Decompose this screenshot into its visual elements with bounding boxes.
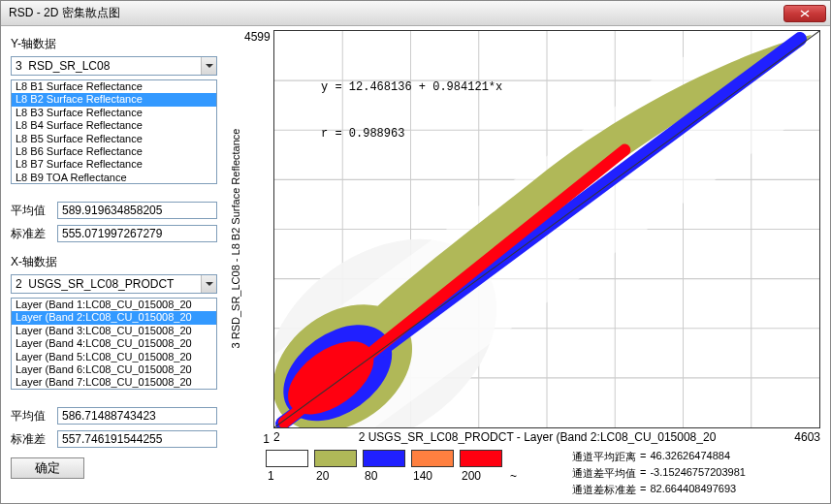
y-group-label: Y-轴数据 <box>11 36 217 52</box>
list-item[interactable]: L8 B1 Surface Reflectance <box>12 80 216 93</box>
legend-swatch <box>266 450 308 467</box>
close-icon <box>800 10 810 17</box>
x-tick-max: 4603 <box>794 430 820 444</box>
x-combo-input[interactable] <box>12 275 201 293</box>
y-combo[interactable] <box>11 56 217 76</box>
stat-dist-value: 46.32626474884 <box>650 450 730 464</box>
plot-column: y = 12.468136 + 0.984121*x r = 0.988963 … <box>273 30 820 446</box>
legend-break: 200 <box>462 469 510 483</box>
x-mean-value: 586.71488743423 <box>57 407 217 425</box>
right-panel: 3 RSD_SR_LC08 - L8 B2 Surface Reflectanc… <box>227 26 830 503</box>
list-item[interactable]: L8 B9 TOA Reflectance <box>12 172 216 184</box>
legend-swatches <box>266 450 559 467</box>
x-tick-row: 2 2 USGS_SR_LC08_PRODCT - Layer (Band 2:… <box>273 428 820 446</box>
x-mean-label: 平均值 <box>11 408 51 425</box>
stat-mean-label: 通道差平均值 <box>572 466 636 481</box>
list-item[interactable]: Layer (Band 4:LC08_CU_015008_20 <box>12 337 216 350</box>
chevron-down-icon[interactable] <box>201 57 216 75</box>
x-axis-label: 2 USGS_SR_LC08_PRODCT - Layer (Band 2:LC… <box>280 430 795 444</box>
legend-break: ~ <box>510 469 559 483</box>
legend-swatch <box>460 450 502 467</box>
x-tick-min: 2 <box>273 430 280 444</box>
list-item[interactable]: L8 B3 Surface Reflectance <box>12 107 216 119</box>
list-item[interactable]: Layer (Band 5:LC08_CU_015008_20 <box>12 351 216 363</box>
regression-r: r = 0.988963 <box>321 126 502 142</box>
y-tick-max: 4599 <box>244 30 273 44</box>
list-item[interactable]: Layer (Band 2:LC08_CU_015008_20 <box>12 311 216 324</box>
legend-break: 80 <box>365 469 413 483</box>
titlebar: RSD - 2D 密集散点图 <box>1 1 830 26</box>
list-item[interactable]: L8 B2 Surface Reflectance <box>12 93 216 106</box>
stat-std-label: 通道差标准差 <box>572 483 636 497</box>
legend-swatch <box>314 450 357 467</box>
legend-swatch <box>411 450 454 467</box>
y-tick-min: 1 <box>244 432 273 446</box>
close-button[interactable] <box>783 5 826 22</box>
stat-std-value: 82.664408497693 <box>650 483 736 497</box>
content: Y-轴数据 L8 B1 Surface ReflectanceL8 B2 Sur… <box>1 26 830 503</box>
ok-button[interactable]: 确定 <box>11 457 84 479</box>
legend-block: 12080140200~ <box>266 450 559 483</box>
legend-break: 140 <box>413 469 462 483</box>
regression-box: y = 12.468136 + 0.984121*x r = 0.988963 <box>321 48 502 173</box>
stats-column: 通道平均距离=46.32626474884 通道差平均值=-3.15246757… <box>572 450 746 497</box>
x-combo[interactable] <box>11 274 217 294</box>
y-mean-value: 589.919634858205 <box>57 202 217 219</box>
list-item[interactable]: L8 B4 Surface Reflectance <box>12 119 216 132</box>
left-panel: Y-轴数据 L8 B1 Surface ReflectanceL8 B2 Sur… <box>1 26 227 503</box>
y-mean-label: 平均值 <box>11 203 51 219</box>
stat-mean-value: -3.15246757203981 <box>650 466 745 481</box>
y-std-value: 555.071997267279 <box>57 225 217 242</box>
y-listbox[interactable]: L8 B1 Surface ReflectanceL8 B2 Surface R… <box>11 79 217 184</box>
list-item[interactable]: L8 B5 Surface Reflectance <box>12 133 216 145</box>
x-std-value: 557.746191544255 <box>57 430 217 448</box>
y-std-label: 标准差 <box>11 226 51 242</box>
y-axis-label: 3 RSD_SR_LC08 - L8 B2 Surface Reflectanc… <box>230 128 241 348</box>
regression-eq: y = 12.468136 + 0.984121*x <box>321 79 502 95</box>
list-item[interactable]: L8 B6 Surface Reflectance <box>12 145 216 158</box>
legend-break: 1 <box>268 469 316 483</box>
legend-labels: 12080140200~ <box>266 469 559 483</box>
window-title: RSD - 2D 密集散点图 <box>9 5 120 21</box>
list-item[interactable]: L8 B7 Surface Reflectance <box>12 158 216 171</box>
x-listbox[interactable]: Layer (Band 1:LC08_CU_015008_20Layer (Ba… <box>11 298 217 390</box>
legend-break: 20 <box>316 469 365 483</box>
plot-area: y = 12.468136 + 0.984121*x r = 0.988963 <box>273 30 820 428</box>
list-item[interactable]: Layer (Band 7:LC08_CU_015008_20 <box>12 376 216 389</box>
y-combo-input[interactable] <box>12 57 201 75</box>
stat-dist-label: 通道平均距离 <box>572 450 636 464</box>
chart-row: 3 RSD_SR_LC08 - L8 B2 Surface Reflectanc… <box>227 30 820 446</box>
chevron-down-icon[interactable] <box>201 275 216 293</box>
y-axis-label-col: 3 RSD_SR_LC08 - L8 B2 Surface Reflectanc… <box>227 30 244 446</box>
bottom-row: 12080140200~ 通道平均距离=46.32626474884 通道差平均… <box>227 446 820 497</box>
x-group-label: X-轴数据 <box>11 254 217 270</box>
list-item[interactable]: Layer (Band 3:LC08_CU_015008_20 <box>12 325 216 337</box>
legend-swatch <box>363 450 405 467</box>
list-item[interactable]: Layer (Band 6:LC08_CU_015008_20 <box>12 363 216 376</box>
list-item[interactable]: Layer (Band 1:LC08_CU_015008_20 <box>12 299 216 311</box>
x-std-label: 标准差 <box>11 431 51 448</box>
